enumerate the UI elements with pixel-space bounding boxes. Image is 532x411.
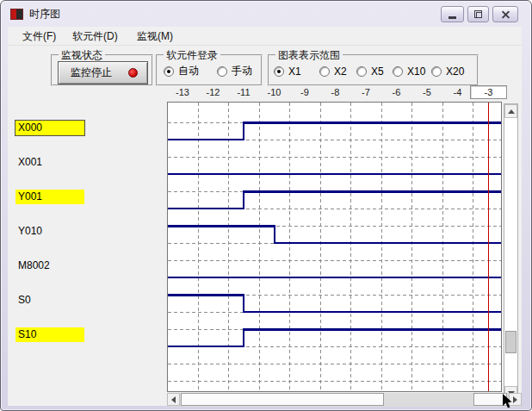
grid-line-vertical (411, 103, 412, 391)
grid-line-vertical (289, 103, 290, 391)
axis-tick: -7 (362, 87, 370, 97)
menu-item-2[interactable]: 软元件(D) (69, 29, 121, 44)
grid-line-vertical (320, 103, 321, 391)
radio-circle-icon (356, 66, 367, 77)
app-icon[interactable] (10, 9, 23, 20)
radio-range-3[interactable]: X5 (356, 65, 384, 78)
monitor-stop-button[interactable]: 监控停止 (58, 61, 148, 84)
trace-M8002 (168, 277, 501, 278)
trace-X000 (244, 121, 501, 124)
axis-tick: -12 (207, 87, 220, 97)
monitor-stop-label: 监控停止 (71, 65, 112, 80)
cursor-position-box: -3 (470, 85, 507, 99)
grid-line-vertical (442, 103, 443, 391)
axis-tick: -13 (176, 87, 189, 97)
trace-S10 (244, 328, 501, 331)
mouse-cursor-icon (502, 393, 513, 409)
axis-tick: -11 (237, 87, 250, 97)
axis-tick: -5 (423, 87, 431, 97)
radio-range-4[interactable]: X10 (393, 65, 425, 78)
radio-circle-icon (274, 66, 284, 77)
minimize-icon (448, 16, 456, 19)
radio-circle-icon (431, 66, 442, 77)
grid-line-horizontal (168, 381, 501, 382)
timing-chart[interactable] (167, 102, 502, 392)
trace-step-S10 (243, 328, 244, 347)
close-button[interactable] (492, 6, 518, 22)
radio-range-label-4: X10 (407, 65, 425, 78)
trace-S0 (244, 311, 501, 313)
groupbox-device-registration-title: 软元件登录 (164, 49, 220, 61)
vertical-scrollbar-thumb[interactable] (505, 331, 517, 353)
up-arrow-icon (508, 109, 515, 114)
groupbox-monitor-status-title: 监视状态 (59, 49, 105, 61)
window-controls (441, 6, 518, 22)
grid-line-vertical (228, 103, 229, 391)
left-arrow-icon (171, 396, 176, 403)
chart-cursor-line (488, 103, 490, 391)
minimize-button[interactable] (441, 6, 464, 22)
horizontal-scrollbar-thumb[interactable] (181, 393, 384, 406)
trace-X000 (168, 139, 244, 140)
scroll-up-button[interactable] (504, 104, 517, 118)
radio-range-label-2: X2 (334, 65, 347, 78)
horizontal-scrollbar[interactable] (167, 393, 522, 407)
grid-line-vertical (198, 103, 199, 391)
vertical-scrollbar[interactable] (504, 103, 518, 401)
radio-circle-icon (319, 66, 330, 77)
trace-S10 (168, 346, 244, 347)
trace-Y010 (275, 242, 502, 244)
trace-step-Y001 (243, 190, 244, 209)
signal-label-S10[interactable]: S10 (15, 327, 84, 342)
trace-step-X000 (243, 121, 244, 140)
restore-button[interactable] (467, 6, 489, 22)
radio-device-label-2: 手动 (232, 64, 252, 78)
menu-bar: 文件(F)软元件(D)监视(M) (8, 27, 522, 46)
radio-range-label-3: X5 (371, 65, 384, 78)
grid-line-horizontal (168, 260, 501, 261)
signal-label-S0[interactable]: S0 (15, 293, 84, 308)
signal-label-M8002[interactable]: M8002 (15, 258, 84, 273)
timing-chart-window: 时序图 文件(F)软元件(D)监视(M) 监视状态 监控停止 软元件登录 图表表… (0, 0, 532, 411)
trace-Y010 (168, 225, 275, 227)
radio-device-label-1: 自动 (178, 64, 199, 78)
trace-S0 (168, 294, 244, 296)
grid-line-horizontal (168, 364, 501, 364)
axis-tick: -4 (454, 87, 462, 97)
signal-label-X001[interactable]: X001 (15, 155, 84, 170)
radio-range-label-5: X20 (446, 65, 464, 78)
radio-circle-icon (164, 66, 174, 77)
axis-tick: -9 (300, 87, 309, 97)
led-indicator-icon (128, 68, 138, 78)
radio-range-5[interactable]: X20 (431, 65, 464, 78)
page-title: 时序图 (29, 7, 60, 22)
right-arrow-icon (513, 396, 517, 403)
grid-line-vertical (350, 103, 351, 391)
radio-range-1[interactable]: X1 (274, 65, 301, 78)
close-icon (501, 9, 510, 19)
signal-label-X000[interactable]: X000 (15, 121, 84, 135)
signal-label-Y010[interactable]: Y010 (15, 224, 84, 239)
axis-tick: -8 (331, 87, 340, 97)
radio-range-2[interactable]: X2 (319, 65, 347, 78)
trace-Y001 (244, 190, 501, 193)
radio-circle-icon (217, 66, 227, 77)
grid-line-horizontal (168, 157, 501, 158)
axis-tick: -6 (393, 87, 401, 97)
grid-line-vertical (259, 103, 260, 391)
radio-range-label-1: X1 (288, 65, 301, 78)
trace-step-Y010 (274, 225, 275, 244)
trace-step-S0 (243, 294, 244, 313)
menu-item-1[interactable]: 文件(F) (19, 29, 59, 44)
grid-line-vertical (381, 103, 382, 391)
restore-icon (474, 10, 482, 18)
trace-Y001 (168, 208, 244, 209)
signal-label-Y001[interactable]: Y001 (15, 190, 84, 204)
radio-device-2[interactable]: 手动 (217, 65, 252, 78)
groupbox-display-range-title: 图表表示范围 (275, 49, 343, 61)
trace-X001 (168, 173, 501, 175)
menu-item-3[interactable]: 监视(M) (133, 29, 176, 44)
scroll-left-button[interactable] (167, 393, 180, 406)
radio-device-1[interactable]: 自动 (164, 65, 199, 78)
grid-line-vertical (473, 103, 473, 391)
